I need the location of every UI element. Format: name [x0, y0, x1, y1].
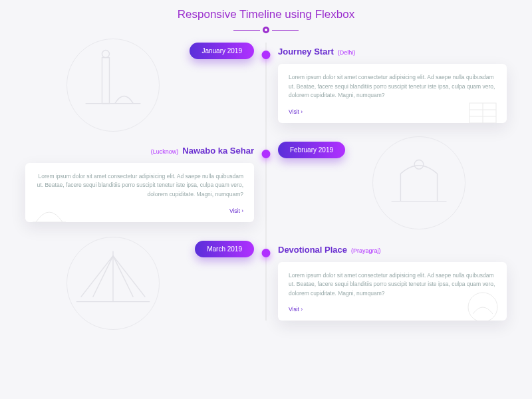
timeline-right-side: Devotional Place (Prayagraj) Lorem ipsum… [266, 241, 519, 321]
timeline-row: January 2019 Journey Start (Delhi) Lorem… [13, 43, 519, 123]
card-illustration-icon [29, 189, 69, 222]
entry-location: (Delhi) [338, 49, 356, 56]
bg-illustration-circle [66, 237, 160, 330]
entry-title: Journey Start [278, 47, 334, 57]
entry-heading: Journey Start (Delhi) [278, 47, 355, 57]
timeline: January 2019 Journey Start (Delhi) Lorem… [13, 43, 519, 321]
entry-title: Devotional Place [278, 245, 347, 255]
entry-card: Lorem ipsum dolor sit amet consectetur a… [25, 163, 254, 222]
timeline-node-icon [262, 51, 271, 59]
page-title: Responsive Timeline using Flexbox [0, 0, 532, 21]
divider-line-left [233, 30, 260, 31]
svg-line-13 [93, 255, 113, 297]
entry-heading: Nawabo ka Sehar (Lucknow) [151, 146, 254, 156]
svg-rect-0 [102, 58, 109, 104]
timeline-row: Nawabo ka Sehar (Lucknow) Lorem ipsum do… [13, 142, 519, 222]
divider-dot-icon [263, 27, 269, 33]
timeline-right-side: Journey Start (Delhi) Lorem ipsum dolor … [266, 43, 519, 123]
card-illustration-icon [463, 90, 503, 123]
timeline-node-icon [262, 150, 271, 158]
entry-location: (Lucknow) [151, 148, 179, 155]
entry-location: (Prayagraj) [351, 247, 381, 254]
title-divider [0, 27, 532, 33]
timeline-left-side: Nawabo ka Sehar (Lucknow) Lorem ipsum do… [13, 142, 266, 222]
divider-line-right [272, 30, 299, 31]
visit-link[interactable]: Visit › [289, 306, 303, 313]
svg-point-16 [468, 293, 497, 321]
entry-title: Nawabo ka Sehar [182, 146, 254, 156]
date-pill: January 2019 [190, 43, 254, 59]
visit-link[interactable]: Visit › [229, 207, 243, 214]
svg-line-12 [113, 255, 145, 297]
bg-illustration-circle [372, 136, 466, 229]
svg-point-7 [414, 160, 424, 169]
date-pill: February 2019 [278, 142, 345, 158]
svg-line-14 [113, 255, 133, 297]
entry-card: Lorem ipsum dolor sit amet consectetur a… [278, 64, 507, 123]
entry-card: Lorem ipsum dolor sit amet consectetur a… [278, 262, 507, 321]
bg-illustration-circle [66, 39, 160, 132]
date-pill: March 2019 [195, 241, 254, 257]
timeline-row: March 2019 Devotional Place (Prayagraj) … [13, 241, 519, 321]
entry-heading: Devotional Place (Prayagraj) [278, 245, 381, 255]
svg-line-11 [81, 255, 113, 297]
visit-link[interactable]: Visit › [289, 108, 303, 115]
svg-point-1 [102, 51, 109, 58]
timeline-node-icon [262, 249, 271, 257]
card-illustration-icon [463, 287, 503, 321]
